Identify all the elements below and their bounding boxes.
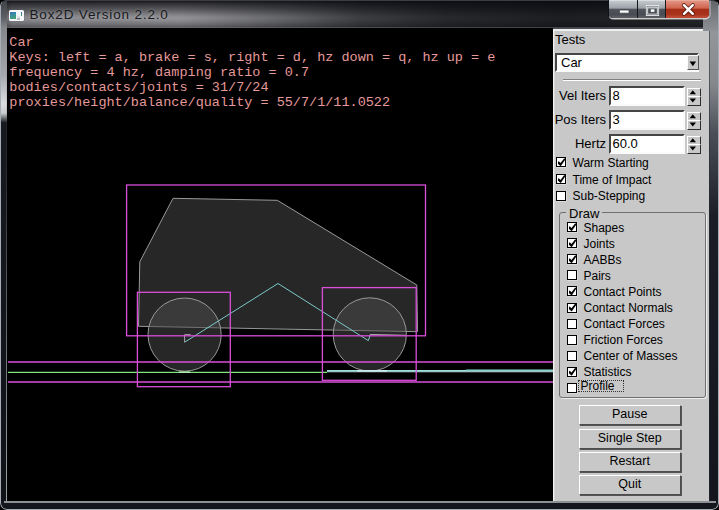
svg-text:frequency = 4 hz, damping rati: frequency = 4 hz, damping ratio = 0.7 [9, 65, 309, 80]
svg-text:bodies/contacts/joints = 31/7/: bodies/contacts/joints = 31/7/24 [9, 80, 268, 95]
svg-text:Car: Car [9, 35, 33, 50]
svg-text:proxies/height/balance/quality: proxies/height/balance/quality = 55/7/1/… [9, 95, 390, 110]
svg-text:Keys: left = a, brake = s, rig: Keys: left = a, brake = s, right = d, hz… [9, 50, 495, 65]
